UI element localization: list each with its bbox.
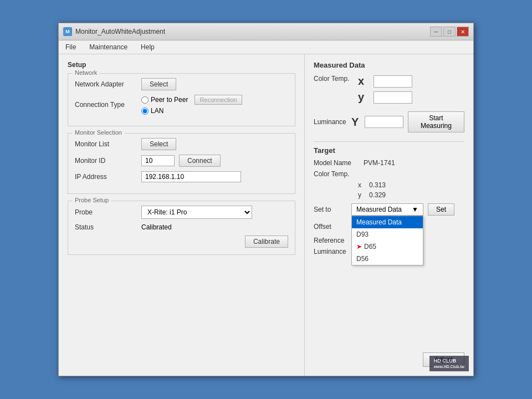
lan-radio[interactable]	[141, 108, 149, 115]
set-to-label: Set to	[314, 206, 347, 213]
luminance-measured-label: Luminance	[314, 118, 351, 126]
monitor-list-label: Monitor List	[75, 140, 141, 148]
menu-bar: File Maintenance Help	[59, 40, 473, 54]
dropdown-item-d65[interactable]: ➤ D65	[352, 241, 423, 253]
start-measuring-button[interactable]: Start Measuring	[408, 111, 464, 132]
calibrate-section: Calibrate	[75, 236, 288, 248]
monitor-list-row: Monitor List Select	[75, 138, 288, 150]
maximize-button[interactable]: □	[443, 27, 456, 37]
probe-setup-group-label: Probe Setup	[73, 197, 111, 203]
app-icon: M	[63, 27, 72, 36]
probe-row: Probe X-Rite: i1 Pro	[75, 206, 288, 219]
peer-to-peer-option: Peer to Peer	[141, 96, 188, 104]
xy-inputs: x y	[358, 75, 412, 107]
measured-data-section: Measured Data Color Temp. x y	[314, 61, 464, 132]
Y-coord-label: Y	[351, 116, 365, 129]
reconnection-button[interactable]: Reconnection	[195, 95, 242, 105]
model-name-row: Model Name PVM-1741	[314, 159, 464, 167]
radio-group-connection: Peer to Peer Reconnection	[141, 95, 288, 105]
measured-data-title: Measured Data	[314, 61, 464, 69]
network-adapter-row: Network Adapter Select	[75, 78, 288, 90]
target-y-row: y 0.329	[358, 191, 464, 199]
target-y-value: 0.329	[369, 191, 386, 199]
target-y-label: y	[358, 191, 369, 199]
minimize-button[interactable]: ─	[430, 27, 442, 37]
ip-address-label: IP Address	[75, 173, 141, 181]
watermark-text: HD CLUBwww.HD.Club.tw	[429, 356, 469, 371]
monitor-list-select-button[interactable]: Select	[141, 138, 176, 150]
set-to-dropdown-container: Measured Data ▼ Measured Data D93 ➤ D65 …	[351, 203, 423, 216]
luminance-row: Luminance Y Start Measuring	[314, 111, 464, 132]
network-group: Network Network Adapter Select Connectio…	[68, 73, 295, 126]
monitor-selection-group-label: Monitor Selection	[73, 129, 124, 136]
y-coord-input[interactable]	[374, 91, 412, 104]
y-input-row: y	[358, 91, 412, 104]
target-title: Target	[314, 146, 464, 155]
x-coord-input[interactable]	[374, 75, 412, 88]
set-to-row: Set to Measured Data ▼ Measured Data D93…	[314, 203, 464, 216]
model-name-label: Model Name	[314, 159, 364, 167]
divider	[314, 141, 464, 142]
y-coord-label: y	[358, 91, 374, 104]
menu-maintenance[interactable]: Maintenance	[87, 42, 130, 52]
calibrate-button[interactable]: Calibrate	[245, 236, 288, 248]
dropdown-item-measured-data[interactable]: Measured Data	[352, 216, 423, 228]
x-coord-label: x	[358, 75, 374, 88]
window-controls: ─ □ ✕	[430, 27, 469, 37]
network-adapter-label: Network Adapter	[75, 80, 141, 88]
dropdown-arrow-icon: ▼	[412, 206, 418, 213]
ip-address-input[interactable]: 192.168.1.10	[141, 171, 241, 182]
color-temp-target-label: Color Temp.	[314, 170, 364, 178]
peer-to-peer-radio[interactable]	[141, 96, 149, 104]
probe-label: Probe	[75, 208, 141, 216]
connect-button[interactable]: Connect	[179, 155, 221, 167]
offset-label: Offset	[314, 223, 347, 231]
probe-setup-group: Probe Setup Probe X-Rite: i1 Pro Status …	[68, 201, 295, 255]
monitor-id-label: Monitor ID	[75, 157, 141, 165]
dropdown-item-d56[interactable]: D56	[352, 253, 423, 265]
left-panel: Setup Network Network Adapter Select Con…	[59, 54, 305, 376]
ip-address-row: IP Address 192.168.1.10	[75, 171, 288, 182]
probe-select[interactable]: X-Rite: i1 Pro	[141, 206, 252, 219]
reference-label: Reference	[314, 237, 347, 244]
right-panel: Measured Data Color Temp. x y	[305, 54, 473, 376]
set-button[interactable]: Set	[428, 203, 454, 216]
connection-type-label: Connection Type	[75, 101, 141, 109]
color-temp-measured-label: Color Temp.	[314, 75, 358, 83]
color-temp-target-row: Color Temp.	[314, 170, 464, 178]
setup-title: Setup	[68, 61, 295, 69]
title-bar-left: M Monitor_AutoWhiteAdjustment	[63, 27, 165, 36]
network-adapter-select-button[interactable]: Select	[141, 78, 176, 90]
connection-type-row: Connection Type Peer to Peer Reconnectio…	[75, 95, 288, 115]
menu-help[interactable]: Help	[139, 42, 157, 52]
watermark: HD CLUBwww.HD.Club.tw	[429, 356, 469, 371]
target-x-label: x	[358, 181, 369, 189]
network-group-label: Network	[73, 69, 99, 76]
target-section: Target Model Name PVM-1741 Color Temp. x…	[314, 146, 464, 255]
peer-to-peer-label: Peer to Peer	[151, 96, 188, 104]
main-content: Setup Network Network Adapter Select Con…	[59, 54, 473, 376]
target-x-row: x 0.313	[358, 181, 464, 189]
lan-label: LAN	[151, 107, 163, 115]
window-title: Monitor_AutoWhiteAdjustment	[75, 28, 165, 35]
x-input-row: x	[358, 75, 412, 88]
target-coords: x 0.313 y 0.329	[314, 181, 464, 199]
title-bar: M Monitor_AutoWhiteAdjustment ─ □ ✕	[59, 23, 473, 40]
dropdown-item-d93[interactable]: D93	[352, 228, 423, 241]
model-name-value: PVM-1741	[364, 159, 395, 167]
set-to-dropdown-button[interactable]: Measured Data ▼	[351, 203, 423, 216]
close-button[interactable]: ✕	[457, 27, 469, 37]
monitor-id-input[interactable]: 10	[141, 155, 175, 166]
status-row: Status Calibrated	[75, 223, 288, 231]
target-x-value: 0.313	[369, 181, 386, 189]
dropdown-list: Measured Data D93 ➤ D65 D56	[351, 216, 423, 265]
luminance-input[interactable]	[365, 116, 403, 128]
status-label: Status	[75, 223, 141, 231]
menu-file[interactable]: File	[63, 42, 78, 52]
monitor-selection-group: Monitor Selection Monitor List Select Mo…	[68, 133, 295, 194]
monitor-id-row: Monitor ID 10 Connect	[75, 155, 288, 167]
lan-option: LAN	[141, 107, 288, 115]
main-window: M Monitor_AutoWhiteAdjustment ─ □ ✕ File…	[58, 23, 474, 376]
arrow-indicator: ➤	[356, 243, 362, 250]
status-value: Calibrated	[141, 223, 172, 231]
